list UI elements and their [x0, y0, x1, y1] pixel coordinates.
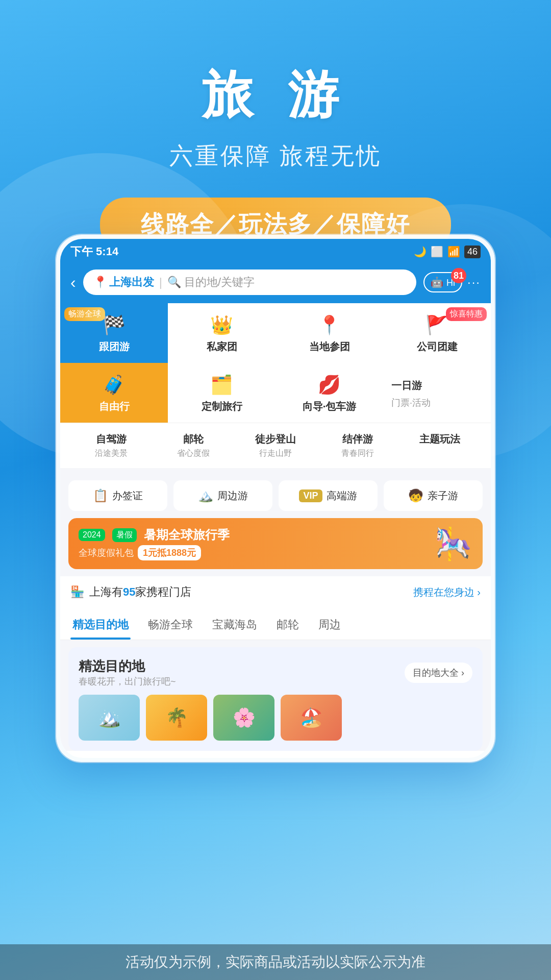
header-icons: 🤖 Hi 81 ··· — [423, 272, 481, 292]
local-tour-icon: 📍 — [318, 314, 341, 336]
cruise-sub: 省心度假 — [177, 448, 210, 459]
category-day-tour[interactable]: 一日游 门票·活动 — [383, 363, 491, 423]
phone-screen: 下午 5:14 🌙 ⬜ 📶 46 ‹ 📍 上海出发 | 🔍 目的地/关键字 — [60, 239, 491, 758]
company-tour-icon: 🚩 — [425, 314, 448, 336]
service-family[interactable]: 🧒 亲子游 — [384, 480, 483, 511]
visa-label: 办签证 — [112, 489, 143, 503]
destination-title-group: 精选目的地 春暖花开，出门旅行吧~ — [79, 657, 176, 688]
nearby-label: 周边游 — [217, 489, 248, 503]
status-icons: 🌙 ⬜ 📶 46 — [414, 246, 481, 258]
dest-card-1[interactable]: 🏔️ — [79, 695, 140, 741]
tab-island[interactable]: 宝藏海岛 — [210, 608, 259, 640]
category-self-drive[interactable]: 自驾游 沿途美景 — [70, 432, 153, 459]
category-badge-red: 惊喜特惠 — [446, 307, 487, 321]
destination-header: 精选目的地 春暖花开，出门旅行吧~ 目的地大全 › — [79, 657, 472, 688]
companion-title: 结伴游 — [342, 432, 373, 446]
free-tour-icon: 🧳 — [103, 374, 126, 396]
destination-link[interactable]: 目的地大全 › — [405, 663, 472, 683]
self-drive-sub: 沿途美景 — [95, 448, 128, 459]
more-options[interactable]: ··· — [467, 275, 481, 289]
visa-icon: 📋 — [93, 488, 108, 503]
hero-section: 旅 游 六重保障 旅程无忧 线路全／玩法多／保障好 — [0, 0, 551, 252]
ticket-label: 门票·活动 — [391, 397, 431, 409]
destination-section: 精选目的地 春暖花开，出门旅行吧~ 目的地大全 › 🏔️ 🌴 🌸 🏖️ — [68, 647, 483, 751]
destination-subtitle: 春暖花开，出门旅行吧~ — [79, 675, 176, 688]
phone-mockup: 下午 5:14 🌙 ⬜ 📶 46 ‹ 📍 上海出发 | 🔍 目的地/关键字 — [56, 235, 495, 762]
guide-tour-label: 向导·包车游 — [303, 400, 357, 413]
disclaimer-text: 活动仅为示例，实际商品或活动以实际公示为准 — [8, 952, 543, 972]
category-hiking[interactable]: 徒步登山 行走山野 — [235, 432, 317, 459]
disclaimer-bar: 活动仅为示例，实际商品或活动以实际公示为准 — [0, 944, 551, 980]
promo-sub-text: 全球度假礼包 — [79, 547, 134, 559]
free-tour-label: 自由行 — [99, 400, 130, 413]
promo-highlight: 1元抵1888元 — [138, 545, 201, 560]
service-row: 📋 办签证 🏔️ 周边游 VIP 高端游 🧒 亲子游 — [60, 473, 491, 518]
category-badge: 畅游全球 — [64, 307, 105, 321]
tab-nearby[interactable]: 周边 — [316, 608, 343, 640]
category-companion[interactable]: 结伴游 青春同行 — [316, 432, 398, 459]
back-button[interactable]: ‹ — [70, 273, 76, 292]
page-subtitle: 六重保障 旅程无忧 — [0, 140, 551, 172]
search-divider: | — [159, 275, 162, 289]
category-grid-row2: 🧳 自由行 🗂️ 定制旅行 💋 向导·包车游 一日游 门票·活动 — [60, 363, 491, 423]
custom-tour-label: 定制旅行 — [202, 400, 242, 413]
dest-card-2[interactable]: 🌴 — [146, 695, 207, 741]
private-tour-label: 私家团 — [207, 340, 237, 354]
promo-content: 2024 暑假 暑期全球旅行季 全球度假礼包 1元抵1888元 — [79, 527, 434, 560]
category-theme[interactable]: 主题玩法 — [398, 432, 481, 459]
service-premium[interactable]: VIP 高端游 — [279, 480, 378, 511]
screen-record-icon: ⬜ — [431, 246, 443, 258]
category-local-tour[interactable]: 📍 当地参团 — [276, 303, 383, 363]
service-nearby[interactable]: 🏔️ 周边游 — [173, 480, 272, 511]
page-title: 旅 游 — [0, 61, 551, 130]
destination-title: 精选目的地 — [79, 657, 176, 675]
family-icon: 🧒 — [408, 488, 423, 503]
tab-global[interactable]: 畅游全球 — [146, 608, 195, 640]
category-free-tour[interactable]: 🧳 自由行 — [60, 363, 168, 423]
store-icon: 🏪 — [70, 585, 84, 599]
category-guide-tour[interactable]: 💋 向导·包车游 — [276, 363, 383, 423]
guide-tour-icon: 💋 — [318, 374, 341, 396]
promo-illustration: 🎠 — [434, 526, 472, 562]
nearby-icon: 🏔️ — [198, 488, 213, 503]
family-label: 亲子游 — [428, 489, 458, 503]
dest-card-3[interactable]: 🌸 — [213, 695, 274, 741]
group-tour-icon: 🏁 — [103, 314, 126, 336]
moon-icon: 🌙 — [414, 246, 427, 258]
promo-main-text: 暑期全球旅行季 — [144, 527, 230, 543]
custom-tour-icon: 🗂️ — [210, 374, 233, 396]
store-link[interactable]: 携程在您身边 › — [413, 585, 481, 599]
hi-badge[interactable]: 🤖 Hi 81 — [423, 272, 462, 292]
store-left: 🏪 上海有95家携程门店 — [70, 584, 191, 600]
local-tour-label: 当地参团 — [309, 340, 350, 354]
category-grid-row3: 自驾游 沿途美景 邮轮 省心度假 徒步登山 行走山野 结伴游 青春同行 主题玩法 — [60, 423, 491, 468]
category-group-tour[interactable]: 畅游全球 🏁 跟团游 — [60, 303, 168, 363]
category-custom-tour[interactable]: 🗂️ 定制旅行 — [168, 363, 276, 423]
hiking-sub: 行走山野 — [259, 448, 292, 459]
status-time: 下午 5:14 — [70, 244, 118, 259]
service-visa[interactable]: 📋 办签证 — [68, 480, 167, 511]
tab-selected-destinations[interactable]: 精选目的地 — [70, 608, 131, 640]
category-cruise[interactable]: 邮轮 省心度假 — [153, 432, 235, 459]
category-grid-row1: 畅游全球 🏁 跟团游 👑 私家团 📍 当地参团 惊喜特惠 🚩 公司团建 — [60, 303, 491, 363]
search-bar[interactable]: 📍 上海出发 | 🔍 目的地/关键字 — [83, 270, 417, 295]
cruise-title: 邮轮 — [183, 432, 204, 446]
day-tour-label: 一日游 — [391, 379, 422, 393]
promo-badge-year: 2024 — [79, 529, 105, 541]
store-info: 🏪 上海有95家携程门店 携程在您身边 › — [60, 576, 491, 608]
category-private-tour[interactable]: 👑 私家团 — [168, 303, 276, 363]
store-text: 上海有95家携程门店 — [89, 584, 191, 600]
dest-card-4[interactable]: 🏖️ — [281, 695, 342, 741]
search-to: 🔍 目的地/关键字 — [167, 275, 255, 290]
premium-label: 高端游 — [327, 489, 357, 503]
self-drive-title: 自驾游 — [96, 432, 127, 446]
theme-title: 主题玩法 — [419, 432, 460, 446]
promo-badge-summer: 暑假 — [112, 528, 137, 542]
app-promo-banner[interactable]: 2024 暑假 暑期全球旅行季 全球度假礼包 1元抵1888元 🎠 — [68, 518, 483, 569]
tab-cruise[interactable]: 邮轮 — [274, 608, 301, 640]
wifi-icon: 📶 — [447, 246, 460, 258]
battery-icon: 46 — [464, 246, 481, 258]
search-from: 📍 上海出发 — [93, 275, 154, 290]
category-company-tour[interactable]: 惊喜特惠 🚩 公司团建 — [383, 303, 491, 363]
hiking-title: 徒步登山 — [255, 432, 296, 446]
